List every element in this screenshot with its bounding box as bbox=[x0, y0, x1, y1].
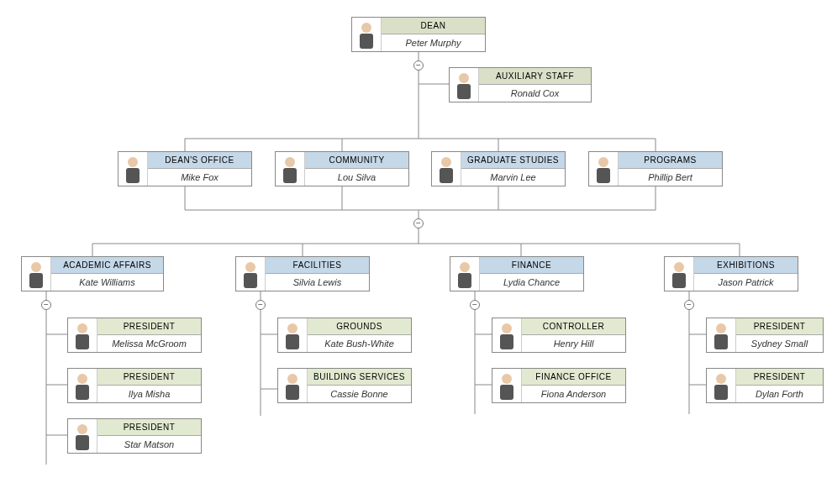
node-president-4[interactable]: PRESIDENT Sydney Small bbox=[706, 318, 824, 353]
node-name: Ilya Misha bbox=[97, 386, 201, 402]
avatar bbox=[450, 257, 480, 291]
node-title: PRESIDENT bbox=[736, 318, 823, 335]
node-name: Phillip Bert bbox=[619, 169, 722, 186]
node-name: Marvin Lee bbox=[461, 169, 565, 186]
node-title: PRESIDENT bbox=[97, 419, 201, 436]
node-name: Fiona Anderson bbox=[522, 386, 625, 402]
toggle-finance[interactable]: − bbox=[470, 300, 480, 310]
node-title: DEAN'S OFFICE bbox=[148, 152, 251, 169]
avatar bbox=[278, 318, 308, 352]
node-title: EXHIBITIONS bbox=[694, 257, 798, 274]
node-president-1[interactable]: PRESIDENT Melissa McGroom bbox=[67, 318, 202, 353]
node-title: COMMUNITY bbox=[305, 152, 408, 169]
avatar bbox=[118, 152, 148, 186]
node-title: PRESIDENT bbox=[97, 369, 201, 386]
node-academic-affairs[interactable]: ACADEMIC AFFAIRS Kate Williams bbox=[21, 256, 164, 291]
node-name: Kate Bush-White bbox=[308, 335, 411, 352]
node-name: Dylan Forth bbox=[736, 386, 823, 402]
avatar bbox=[450, 68, 479, 102]
avatar bbox=[352, 18, 382, 51]
node-title: AUXILIARY STAFF bbox=[479, 68, 591, 85]
node-name: Melissa McGroom bbox=[97, 335, 201, 352]
node-finance-office[interactable]: FINANCE OFFICE Fiona Anderson bbox=[492, 368, 626, 403]
toggle-exhibitions[interactable]: − bbox=[684, 300, 694, 310]
node-name: Silvia Lewis bbox=[266, 274, 369, 291]
node-building-services[interactable]: BUILDING SERVICES Cassie Bonne bbox=[277, 368, 412, 403]
avatar bbox=[492, 369, 522, 402]
node-name: Lou Silva bbox=[305, 169, 408, 186]
node-title: PRESIDENT bbox=[736, 369, 823, 386]
toggle-dean[interactable]: − bbox=[413, 60, 424, 71]
node-facilities[interactable]: FACILITIES Silvia Lewis bbox=[235, 256, 370, 291]
node-name: Ronald Cox bbox=[479, 85, 591, 102]
node-title: BUILDING SERVICES bbox=[308, 369, 411, 386]
avatar bbox=[665, 257, 694, 291]
node-grounds[interactable]: GROUNDS Kate Bush-White bbox=[277, 318, 412, 353]
node-name: Cassie Bonne bbox=[308, 386, 411, 402]
node-community[interactable]: COMMUNITY Lou Silva bbox=[275, 151, 409, 186]
node-title: CONTROLLER bbox=[522, 318, 625, 335]
avatar bbox=[22, 257, 51, 291]
node-name: Jason Patrick bbox=[694, 274, 798, 291]
node-exhibitions[interactable]: EXHIBITIONS Jason Patrick bbox=[664, 256, 798, 291]
toggle-academic[interactable]: − bbox=[41, 300, 51, 310]
avatar bbox=[707, 369, 736, 402]
avatar bbox=[68, 318, 97, 352]
node-finance[interactable]: FINANCE Lydia Chance bbox=[450, 256, 584, 291]
node-title: FACILITIES bbox=[266, 257, 369, 274]
avatar bbox=[68, 419, 97, 453]
node-title: PROGRAMS bbox=[619, 152, 722, 169]
node-name: Sydney Small bbox=[736, 335, 823, 352]
node-name: Mike Fox bbox=[148, 169, 251, 186]
node-title: FINANCE bbox=[480, 257, 583, 274]
node-controller[interactable]: CONTROLLER Henry Hill bbox=[492, 318, 626, 353]
node-president-3[interactable]: PRESIDENT Star Matson bbox=[67, 418, 202, 454]
avatar bbox=[589, 152, 619, 186]
avatar bbox=[492, 318, 522, 352]
node-title: ACADEMIC AFFAIRS bbox=[51, 257, 163, 274]
avatar bbox=[68, 369, 97, 402]
avatar bbox=[276, 152, 305, 186]
node-programs[interactable]: PROGRAMS Phillip Bert bbox=[588, 151, 723, 186]
node-title: GRADUATE STUDIES bbox=[461, 152, 565, 169]
node-name: Henry Hill bbox=[522, 335, 625, 352]
node-graduate-studies[interactable]: GRADUATE STUDIES Marvin Lee bbox=[431, 151, 566, 186]
node-auxiliary-staff[interactable]: AUXILIARY STAFF Ronald Cox bbox=[449, 67, 592, 102]
node-name: Lydia Chance bbox=[480, 274, 583, 291]
node-deans-office[interactable]: DEAN'S OFFICE Mike Fox bbox=[118, 151, 252, 186]
toggle-facilities[interactable]: − bbox=[255, 300, 266, 310]
node-president-2[interactable]: PRESIDENT Ilya Misha bbox=[67, 368, 202, 403]
node-president-5[interactable]: PRESIDENT Dylan Forth bbox=[706, 368, 824, 403]
node-dean[interactable]: DEAN Peter Murphy bbox=[351, 17, 486, 52]
avatar bbox=[432, 152, 461, 186]
node-name: Star Matson bbox=[97, 436, 201, 453]
node-name: Peter Murphy bbox=[382, 34, 485, 51]
node-title: GROUNDS bbox=[308, 318, 411, 335]
node-title: PRESIDENT bbox=[97, 318, 201, 335]
node-title: FINANCE OFFICE bbox=[522, 369, 625, 386]
toggle-row3[interactable]: − bbox=[413, 218, 424, 228]
node-name: Kate Williams bbox=[51, 274, 163, 291]
node-title: DEAN bbox=[382, 18, 485, 34]
avatar bbox=[236, 257, 266, 291]
avatar bbox=[278, 369, 308, 402]
avatar bbox=[707, 318, 736, 352]
